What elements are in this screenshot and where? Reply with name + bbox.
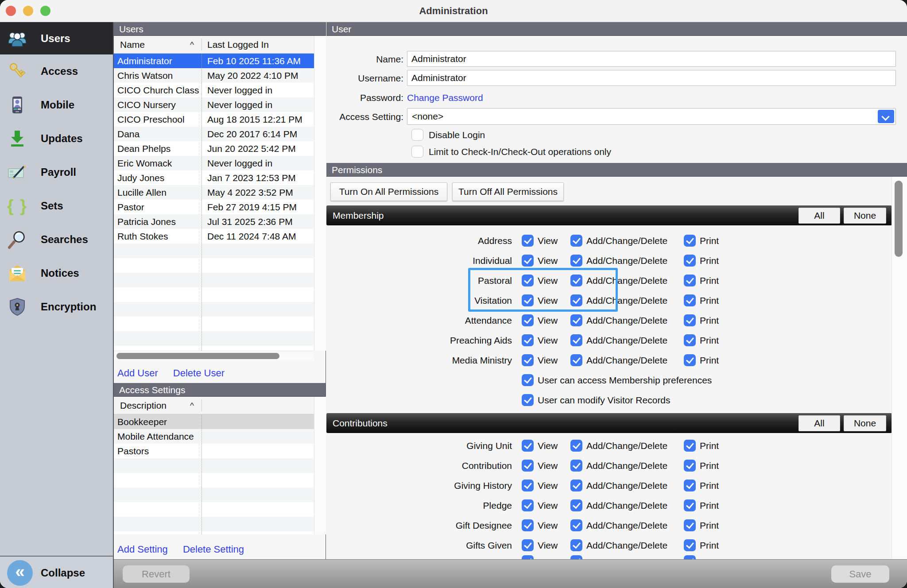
all-button[interactable]: All	[798, 208, 840, 224]
sidebar-item-users[interactable]: Users	[0, 22, 113, 54]
clipped-row-checkbox[interactable]	[522, 555, 534, 559]
add-change-delete-checkbox[interactable]	[570, 460, 582, 472]
turn-off-all-permissions-button[interactable]: Turn Off All Permissions	[452, 182, 564, 201]
view-checkbox[interactable]	[522, 314, 534, 326]
vertical-scrollbar-thumb[interactable]	[895, 181, 903, 257]
user-row[interactable]: CICO Church ClassNever logged in	[114, 83, 314, 97]
access-setting-row[interactable]: Mobile Attendance	[114, 429, 314, 444]
add-change-delete-checkbox[interactable]	[570, 480, 582, 491]
horizontal-scrollbar[interactable]	[114, 351, 314, 360]
sidebar-item-sets[interactable]: { }Sets	[0, 189, 113, 223]
turn-on-all-permissions-button[interactable]: Turn On All Permissions	[330, 182, 447, 201]
print-checkbox[interactable]	[684, 294, 696, 306]
view-checkbox[interactable]	[522, 235, 534, 247]
view-checkbox[interactable]	[522, 354, 534, 366]
name-column-header[interactable]: Name	[120, 36, 145, 54]
access-setting-row[interactable]: Pastors	[114, 444, 314, 458]
users-table-header[interactable]: Name ^ Last Logged In	[114, 36, 326, 54]
name-input[interactable]	[407, 51, 896, 67]
print-checkbox[interactable]	[684, 354, 696, 366]
all-button[interactable]: All	[798, 415, 840, 431]
user-row[interactable]: CICO PreschoolAug 18 2015 12:21 PM	[114, 112, 314, 127]
view-checkbox[interactable]	[522, 519, 534, 531]
view-checkbox[interactable]	[522, 480, 534, 491]
option-checkbox[interactable]	[522, 394, 534, 406]
print-checkbox[interactable]	[684, 314, 696, 326]
sidebar-item-searches[interactable]: Searches	[0, 223, 113, 256]
user-row[interactable]: Chris WatsonMay 20 2022 4:10 PM	[114, 68, 314, 83]
sidebar-item-notices[interactable]: Notices	[0, 256, 113, 290]
view-checkbox[interactable]	[522, 460, 534, 472]
column-divider[interactable]	[202, 399, 202, 411]
print-checkbox[interactable]	[684, 334, 696, 346]
add-change-delete-checkbox[interactable]	[570, 235, 582, 247]
view-checkbox[interactable]	[522, 294, 534, 306]
username-input[interactable]	[407, 70, 896, 86]
revert-button[interactable]: Revert	[123, 565, 190, 583]
change-password-link[interactable]: Change Password	[407, 93, 483, 103]
sidebar-item-access[interactable]: Access	[0, 54, 113, 88]
user-row[interactable]: Dean PhelpsJun 20 2022 5:42 PM	[114, 141, 314, 156]
print-checkbox[interactable]	[684, 539, 696, 551]
user-row[interactable]: CICO NurseryNever logged in	[114, 97, 314, 112]
access-settings-table-header[interactable]: Description ^	[114, 397, 326, 414]
add-user-link[interactable]: Add User	[117, 368, 158, 379]
limit-checkin-checkbox[interactable]	[411, 146, 423, 158]
disable-login-checkbox[interactable]	[411, 129, 423, 141]
collapse-row[interactable]: « Collapse	[0, 557, 113, 588]
delete-user-link[interactable]: Delete User	[173, 368, 225, 379]
print-checkbox[interactable]	[684, 480, 696, 491]
user-row[interactable]: Ruth StokesDec 11 2024 7:48 AM	[114, 229, 314, 244]
none-button[interactable]: None	[844, 208, 886, 224]
user-row[interactable]: PastorFeb 27 2019 4:15 PM	[114, 200, 314, 214]
view-checkbox[interactable]	[522, 334, 534, 346]
user-row[interactable]: Judy JonesJan 7 2023 12:53 PM	[114, 170, 314, 185]
add-change-delete-checkbox[interactable]	[570, 294, 582, 306]
add-change-delete-checkbox[interactable]	[570, 275, 582, 286]
sidebar-item-updates[interactable]: Updates	[0, 122, 113, 155]
user-row[interactable]: Patricia JonesJul 31 2025 2:36 PM	[114, 214, 314, 229]
sidebar-item-mobile[interactable]: Mobile	[0, 88, 113, 122]
add-change-delete-checkbox[interactable]	[570, 354, 582, 366]
user-row[interactable]: Eric WomackNever logged in	[114, 156, 314, 170]
last-logged-in-column-header[interactable]: Last Logged In	[207, 36, 269, 54]
view-checkbox[interactable]	[522, 255, 534, 267]
user-row[interactable]: AdministratorFeb 10 2025 11:36 AM	[114, 54, 314, 68]
print-checkbox[interactable]	[684, 235, 696, 247]
add-change-delete-checkbox[interactable]	[570, 539, 582, 551]
view-checkbox[interactable]	[522, 499, 534, 511]
add-setting-link[interactable]: Add Setting	[117, 544, 168, 555]
sidebar-item-encryption[interactable]: Encryption	[0, 290, 113, 324]
description-column-header[interactable]: Description	[120, 397, 167, 414]
print-checkbox[interactable]	[684, 519, 696, 531]
horizontal-scrollbar-thumb[interactable]	[116, 353, 279, 359]
user-row[interactable]: Lucille AllenMay 4 2022 3:52 PM	[114, 185, 314, 200]
none-button[interactable]: None	[844, 415, 886, 431]
print-checkbox[interactable]	[684, 255, 696, 267]
view-checkbox[interactable]	[522, 539, 534, 551]
option-checkbox[interactable]	[522, 374, 534, 386]
access-setting-row[interactable]: Bookkeeper	[114, 414, 314, 429]
add-change-delete-checkbox[interactable]	[570, 255, 582, 267]
dropdown-button[interactable]	[878, 110, 894, 123]
add-change-delete-checkbox[interactable]	[570, 334, 582, 346]
collapse-chevrons-icon[interactable]: «	[7, 560, 33, 586]
delete-setting-link[interactable]: Delete Setting	[183, 544, 244, 555]
add-change-delete-checkbox[interactable]	[570, 440, 582, 452]
save-button[interactable]: Save	[831, 565, 889, 583]
add-change-delete-checkbox[interactable]	[570, 519, 582, 531]
column-divider[interactable]	[202, 39, 202, 50]
add-change-delete-checkbox[interactable]	[570, 499, 582, 511]
print-checkbox[interactable]	[684, 499, 696, 511]
add-change-delete-checkbox[interactable]	[570, 314, 582, 326]
print-checkbox[interactable]	[684, 460, 696, 472]
access-setting-dropdown[interactable]: <none>	[407, 108, 896, 125]
print-checkbox[interactable]	[684, 275, 696, 286]
clipped-row-checkbox[interactable]	[684, 555, 696, 559]
view-checkbox[interactable]	[522, 440, 534, 452]
view-checkbox[interactable]	[522, 275, 534, 286]
print-checkbox[interactable]	[684, 440, 696, 452]
user-row[interactable]: DanaDec 20 2017 6:14 PM	[114, 127, 314, 141]
sidebar-item-payroll[interactable]: Payroll	[0, 155, 113, 189]
clipped-row-checkbox[interactable]	[570, 555, 582, 559]
